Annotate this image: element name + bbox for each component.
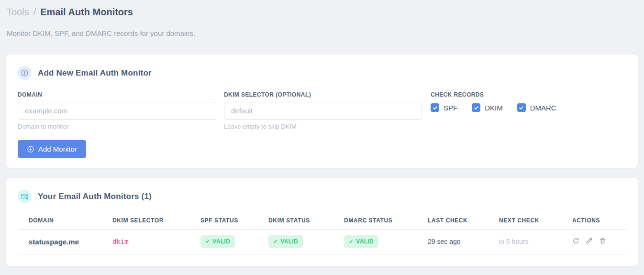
monitors-card-header: Your Email Auth Monitors (1) [18, 189, 626, 203]
dkim-selector-input[interactable] [224, 102, 422, 120]
add-monitor-card: Add New Email Auth Monitor DOMAIN Domain… [6, 55, 638, 168]
checkbox-spf[interactable]: SPF [431, 103, 457, 112]
domain-input[interactable] [18, 102, 216, 120]
add-monitor-card-title: Add New Email Auth Monitor [38, 68, 152, 78]
monitor-next-check: in 5 hours [488, 230, 561, 254]
checkbox-checked-icon [472, 103, 480, 112]
add-monitor-button[interactable]: Add Monitor [18, 140, 86, 158]
column-header-dmarc-status: DMARC STATUS [333, 212, 417, 230]
row-actions [572, 237, 606, 244]
dkim-selector-field-hint: Leave empty to skip DKIM [224, 123, 422, 130]
breadcrumb-separator: / [33, 6, 36, 18]
breadcrumb-tools-link[interactable]: Tools [7, 6, 29, 18]
check-glyph: ✓ [205, 238, 210, 245]
domain-field-hint: Domain to monitor [18, 123, 216, 130]
add-monitor-form: DOMAIN Domain to monitor DKIM SELECTOR (… [18, 91, 626, 130]
add-monitor-button-label: Add Monitor [38, 145, 77, 153]
plus-circle-icon [27, 145, 34, 153]
page-subtitle: Monitor DKIM, SPF, and DMARC records for… [7, 29, 637, 37]
domain-field-group: DOMAIN Domain to monitor [18, 91, 216, 130]
page-header: Tools / Email Auth Monitors Monitor DKIM… [6, 0, 638, 37]
column-header-actions: ACTIONS [561, 212, 626, 230]
plus-circle-icon [18, 66, 32, 80]
check-records-row: SPF DKIM [431, 103, 626, 112]
dmarc-status-text: VALID [356, 238, 374, 245]
monitors-table: DOMAIN DKIM SELECTOR SPF STATUS DKIM STA… [18, 212, 626, 254]
email-check-icon [18, 189, 32, 203]
column-header-next-check: NEXT CHECK [488, 212, 561, 230]
checkbox-dmarc-label: DMARC [530, 104, 556, 112]
checkbox-dmarc[interactable]: DMARC [517, 103, 556, 112]
table-row: statuspage.me dkim ✓ VALID ✓ VALID [18, 230, 626, 254]
dkim-selector-field-label: DKIM SELECTOR (OPTIONAL) [224, 91, 422, 98]
delete-button[interactable] [599, 237, 606, 244]
dkim-status-text: VALID [280, 238, 298, 245]
checkbox-checked-icon [517, 103, 526, 112]
checkbox-checked-icon [431, 103, 439, 112]
spf-status-cell: ✓ VALID [189, 230, 257, 254]
page-title: Email Auth Monitors [40, 6, 133, 18]
column-header-dkim-selector: DKIM SELECTOR [101, 212, 189, 230]
trash-icon [599, 237, 606, 244]
monitor-domain: statuspage.me [18, 230, 101, 254]
check-records-label: CHECK RECORDS [431, 91, 626, 98]
refresh-button[interactable] [572, 237, 579, 244]
column-header-spf-status: SPF STATUS [189, 212, 257, 230]
monitors-list-card: Your Email Auth Monitors (1) DOMAIN DKIM… [6, 178, 638, 266]
pencil-icon [586, 237, 593, 244]
monitor-dkim-selector: dkim [101, 230, 189, 254]
monitors-card-title: Your Email Auth Monitors (1) [38, 192, 152, 201]
column-header-dkim-status: DKIM STATUS [257, 212, 333, 230]
spf-status-badge: ✓ VALID [200, 235, 235, 248]
dkim-status-cell: ✓ VALID [257, 230, 333, 254]
check-glyph: ✓ [273, 238, 278, 245]
spf-status-text: VALID [212, 238, 230, 245]
domain-field-label: DOMAIN [18, 91, 216, 98]
add-monitor-card-header: Add New Email Auth Monitor [18, 66, 626, 80]
breadcrumb: Tools / Email Auth Monitors [7, 6, 637, 18]
checkbox-dkim[interactable]: DKIM [472, 103, 503, 112]
dkim-selector-field-group: DKIM SELECTOR (OPTIONAL) Leave empty to … [224, 91, 422, 130]
column-header-last-check: LAST CHECK [417, 212, 488, 230]
dmarc-status-badge: ✓ VALID [344, 235, 378, 248]
column-header-domain: DOMAIN [18, 212, 101, 230]
actions-cell [561, 230, 626, 254]
check-glyph: ✓ [349, 238, 354, 245]
page: Tools / Email Auth Monitors Monitor DKIM… [0, 0, 644, 266]
monitor-last-check: 29 sec ago [417, 230, 488, 254]
table-header-row: DOMAIN DKIM SELECTOR SPF STATUS DKIM STA… [18, 212, 626, 230]
dmarc-status-cell: ✓ VALID [333, 230, 417, 254]
check-records-group: CHECK RECORDS SPF [430, 91, 626, 130]
refresh-icon [572, 237, 579, 244]
checkbox-dkim-label: DKIM [485, 104, 503, 112]
dkim-status-badge: ✓ VALID [268, 235, 303, 248]
checkbox-spf-label: SPF [444, 104, 457, 112]
edit-button[interactable] [586, 237, 593, 244]
